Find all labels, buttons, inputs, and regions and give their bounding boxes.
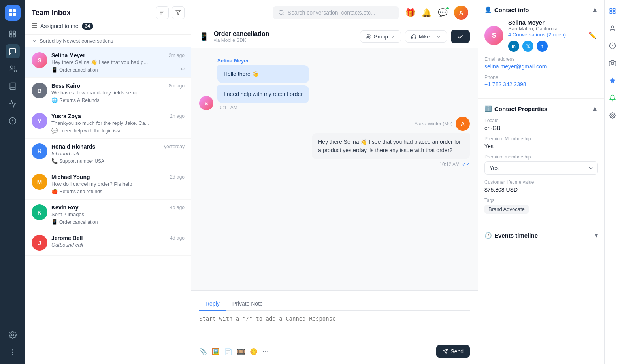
reply-input[interactable]: [199, 315, 470, 339]
list-item[interactable]: Y Yusra Zoya 2h ago Thankyou so much for…: [25, 108, 191, 139]
group-button[interactable]: Group: [360, 30, 401, 43]
agent-button[interactable]: Mike...: [405, 30, 447, 43]
nav-dots-icon[interactable]: [6, 345, 20, 359]
svg-rect-25: [610, 8, 612, 10]
conv-tag-label: Returns and refunds: [59, 189, 102, 194]
locale-label: Locale: [484, 118, 598, 123]
premium-select[interactable]: Yes No: [484, 161, 598, 175]
outbound-meta: Alexa Winter (Me) A: [415, 117, 470, 131]
send-button[interactable]: Send: [436, 345, 470, 358]
gif-icon[interactable]: 🎞️: [237, 348, 245, 355]
filter-button[interactable]: [172, 6, 185, 19]
search-bar[interactable]: Search conversation, contacts,etc...: [273, 6, 399, 19]
twitter-icon[interactable]: 𝕏: [522, 41, 533, 52]
conv-tag: 📱 Order cancellation: [51, 67, 185, 73]
edit-contact-button[interactable]: ✏️: [587, 30, 598, 41]
right-circle-info-icon[interactable]: [606, 40, 619, 52]
premium-membership-field: Premium Membership Yes: [484, 136, 598, 149]
chat-main: Search conversation, contacts,etc... 🎁 🔔…: [191, 0, 478, 364]
conv-tag: 📱 Order cancellation: [51, 219, 185, 225]
right-bell-icon[interactable]: [606, 92, 619, 104]
tab-private-note[interactable]: Private Note: [226, 297, 269, 311]
collapse-contact-button[interactable]: ▲: [592, 6, 598, 13]
conversations-count[interactable]: 4 Conversations (2 open): [508, 32, 582, 38]
nav-settings-icon[interactable]: [6, 328, 20, 342]
list-item[interactable]: J Jerome Bell 4d ago Outbound call: [25, 230, 191, 256]
message-group-outbound: Alexa Winter (Me) A Hey there Selina 👋 I…: [199, 117, 470, 167]
contact-avatar: S: [484, 26, 503, 45]
assigned-count-badge: 34: [82, 23, 93, 30]
lifetime-label: Customer lifetime value: [484, 179, 598, 185]
user-avatar[interactable]: A: [454, 6, 468, 20]
svg-rect-6: [10, 35, 12, 37]
svg-rect-26: [613, 8, 615, 10]
svg-point-14: [12, 352, 13, 353]
nav-conversations-icon[interactable]: [6, 27, 20, 41]
conversation-header: 📱 Order cancellation via Mobile SDK Grou…: [191, 25, 478, 48]
resolve-button[interactable]: [451, 30, 470, 43]
app-icon[interactable]: [5, 5, 21, 21]
emoji-icon[interactable]: 😊: [250, 348, 258, 355]
tab-reply[interactable]: Reply: [199, 297, 226, 311]
list-item[interactable]: K Kevin Roy 4d ago Sent 2 images 📱 Order…: [25, 200, 191, 230]
avatar: J: [32, 235, 47, 251]
attachment-icon[interactable]: 📎: [199, 348, 207, 355]
nav-knowledge-icon[interactable]: [6, 79, 20, 93]
messages-area: S Selina Meyer Hello there 👋 I need help…: [191, 48, 478, 290]
right-icon-strip: [604, 0, 620, 364]
search-placeholder: Search conversation, contacts,etc...: [288, 9, 375, 16]
conv-preview: Inbound call: [51, 151, 185, 157]
right-diamond-icon[interactable]: [606, 74, 619, 87]
conv-content: Michael Young 2d ago How do I cancel my …: [51, 174, 185, 194]
linkedin-icon[interactable]: in: [508, 41, 519, 52]
svg-line-21: [283, 14, 284, 15]
nav-contacts-icon[interactable]: [6, 62, 20, 76]
svg-rect-27: [610, 12, 612, 14]
contact-section: 👤 Contact info ▲ S Selina Meyer San Mate…: [478, 0, 604, 99]
conv-time: 2d ago: [170, 174, 185, 180]
group-label: Group: [374, 34, 388, 40]
list-item[interactable]: R Ronald Richards yesterday Inbound call…: [25, 139, 191, 169]
sort-row: Sorted by Newest conversations: [25, 35, 191, 47]
sort-button[interactable]: [156, 6, 169, 19]
nav-inbox-icon[interactable]: [6, 44, 20, 58]
list-item[interactable]: S Selina Meyer 2m ago Hey there Selina 👋…: [25, 47, 191, 78]
conv-name: Yusra Zoya: [51, 113, 81, 119]
article-icon[interactable]: 📄: [224, 348, 232, 355]
contact-card: S Selina Meyer San Mateo, California 4 C…: [484, 19, 598, 52]
right-panel: 👤 Contact info ▲ S Selina Meyer San Mate…: [478, 0, 604, 364]
gift-icon[interactable]: 🎁: [405, 8, 415, 17]
properties-title: ℹ️ Contact Properties: [484, 105, 547, 112]
chat-status-icon[interactable]: 💬: [438, 8, 448, 17]
right-camera-icon[interactable]: [606, 57, 619, 70]
collapse-properties-button[interactable]: ▲: [592, 105, 598, 112]
conv-tag: 💬 I need help with the login issu...: [51, 128, 185, 134]
right-info-icon[interactable]: [606, 5, 619, 17]
list-item[interactable]: B Bess Kairo 8m ago We have a few mandat…: [25, 78, 191, 108]
right-person-icon[interactable]: [606, 22, 619, 35]
svg-point-34: [611, 115, 613, 117]
hamburger-icon: ☰: [32, 22, 37, 30]
mobile-sdk-icon: 📱: [199, 32, 209, 41]
avatar: M: [32, 174, 47, 190]
conv-header-actions: Group Mike...: [360, 30, 470, 43]
group-icon: [366, 34, 371, 40]
contact-name: Selina Meyer: [508, 19, 582, 26]
bell-icon[interactable]: 🔔: [422, 8, 432, 17]
image-icon[interactable]: 🖼️: [212, 348, 220, 355]
avatar: S: [32, 52, 47, 68]
svg-point-22: [367, 34, 369, 36]
nav-billing-icon[interactable]: [6, 114, 20, 128]
clock-icon: 🕐: [484, 232, 492, 239]
nav-reports-icon[interactable]: [6, 96, 20, 111]
list-item[interactable]: M Michael Young 2d ago How do I cancel m…: [25, 169, 191, 200]
email-value[interactable]: selina.meyer@gmail.com: [484, 63, 547, 70]
right-settings-icon[interactable]: [606, 109, 619, 122]
facebook-icon[interactable]: f: [537, 41, 548, 52]
more-icon[interactable]: ⋯: [262, 348, 269, 355]
tags-field: Tags Brand Advocate: [484, 198, 598, 214]
collapse-events-button[interactable]: ▾: [595, 232, 598, 239]
conv-tag: 🌐 Returns & Refunds: [51, 97, 185, 103]
reply-toolbar: 📎 🖼️ 📄 🎞️ 😊 ⋯ Send: [199, 341, 470, 358]
headset-icon: [411, 34, 416, 40]
